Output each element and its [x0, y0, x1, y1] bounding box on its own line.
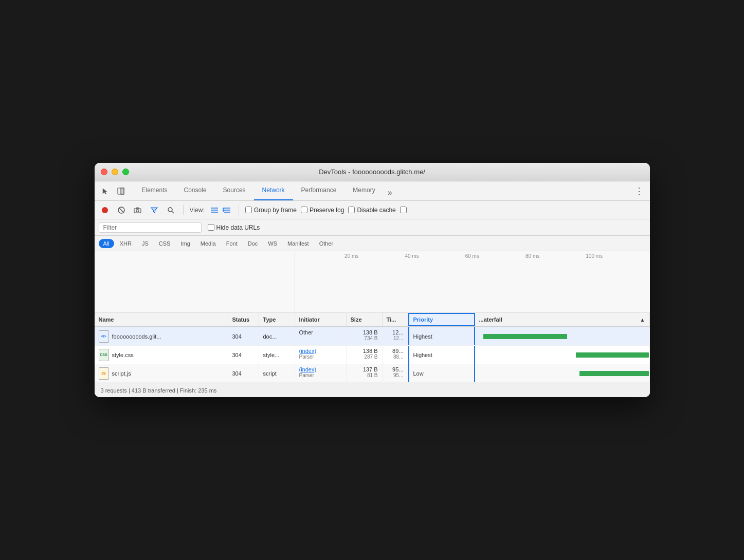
js-file-icon: JS [99, 367, 109, 380]
filter-type-all[interactable]: All [99, 239, 114, 248]
td-name: </>fooooooooods.glit... [95, 327, 228, 345]
filter-input[interactable] [99, 222, 202, 233]
filter-button[interactable] [148, 204, 160, 216]
close-button[interactable] [101, 169, 107, 175]
td-name: JSscript.js [95, 364, 228, 382]
table-row[interactable]: CSSstyle.css304style...(index)Parser138 … [95, 346, 650, 364]
tab-console[interactable]: Console [176, 181, 215, 200]
file-name: style.css [112, 352, 134, 358]
group-by-frame-checkbox[interactable] [245, 207, 252, 213]
timeline-tick: 100 ms [586, 253, 603, 259]
th-initiator[interactable]: Initiator [295, 313, 347, 326]
extra-toggle[interactable] [400, 207, 407, 213]
table-row[interactable]: </>fooooooooods.glit...304doc...Other138… [95, 327, 650, 346]
status-bar: 3 requests | 413 B transferred | Finish:… [95, 383, 650, 397]
td-priority: Highest [408, 346, 475, 364]
td-initiator: Other [295, 327, 347, 345]
extra-checkbox[interactable] [400, 207, 407, 213]
search-button[interactable] [165, 204, 177, 216]
size-sub: 287 B [364, 354, 377, 360]
initiator-main[interactable]: (index) [299, 348, 317, 354]
status-text: 3 requests | 413 B transferred | Finish:… [101, 387, 217, 394]
svg-point-2 [102, 207, 108, 213]
td-size: 138 B287 B [347, 346, 383, 364]
size-main: 137 B [363, 366, 378, 372]
filter-type-doc[interactable]: Doc [243, 239, 263, 248]
tab-network[interactable]: Network [254, 181, 293, 200]
tab-elements[interactable]: Elements [134, 181, 176, 200]
hide-data-urls-checkbox[interactable] [208, 224, 214, 231]
waterfall-bar [576, 352, 649, 358]
dock-icon[interactable] [114, 184, 128, 198]
filter-type-js[interactable]: JS [137, 239, 153, 248]
th-name[interactable]: Name [95, 313, 228, 326]
size-main: 138 B [363, 348, 378, 354]
filter-type-font[interactable]: Font [222, 239, 242, 248]
th-size[interactable]: Size [347, 313, 383, 326]
th-time[interactable]: Ti... [383, 313, 408, 326]
svg-point-7 [136, 209, 139, 212]
td-waterfall [475, 327, 650, 345]
cursor-icon[interactable] [99, 184, 112, 198]
minimize-button[interactable] [112, 169, 118, 175]
clear-button[interactable] [115, 204, 128, 216]
view-icons [209, 204, 232, 216]
td-status: 304 [228, 364, 259, 382]
timeline-right-panel: 20 ms40 ms60 ms80 ms100 ms [295, 251, 650, 312]
initiator-main[interactable]: (index) [299, 366, 317, 372]
file-name: fooooooooods.glit... [112, 333, 161, 340]
tab-memory[interactable]: Memory [344, 181, 383, 200]
svg-rect-1 [121, 188, 124, 194]
th-priority[interactable]: Priority [408, 313, 475, 326]
group-by-frame-toggle[interactable]: Group by frame [245, 207, 297, 214]
window-title: DevTools - fooooooooods.glitch.me/ [319, 168, 425, 176]
td-waterfall [475, 364, 650, 382]
timeline-tick: 60 ms [465, 253, 479, 259]
css-file-icon: CSS [99, 349, 109, 361]
filter-type-manifest[interactable]: Manifest [283, 239, 314, 248]
record-button[interactable] [99, 204, 111, 216]
filter-type-media[interactable]: Media [196, 239, 221, 248]
network-toolbar: View: [95, 201, 650, 219]
table-row[interactable]: JSscript.js304script(index)Parser137 B81… [95, 364, 650, 383]
td-priority: Highest [408, 327, 475, 345]
td-type: style... [259, 346, 295, 364]
tab-more[interactable]: » [384, 185, 396, 200]
filter-type-ws[interactable]: WS [263, 239, 282, 248]
toolbar-divider-1 [183, 205, 184, 215]
time-sub: 88... [393, 354, 403, 360]
filter-type-xhr[interactable]: XHR [115, 239, 136, 248]
filter-type-other[interactable]: Other [315, 239, 338, 248]
td-priority: Low [408, 364, 475, 382]
filter-type-css[interactable]: CSS [154, 239, 175, 248]
hide-data-urls-label: Hide data URLs [216, 224, 260, 231]
group-by-frame-label: Group by frame [254, 207, 297, 214]
td-type: script [259, 364, 295, 382]
th-waterfall[interactable]: ...aterfall ▲ [475, 313, 650, 326]
filter-bar: Hide data URLs [95, 219, 650, 236]
time-sub: 12... [393, 335, 403, 341]
th-type[interactable]: Type [259, 313, 295, 326]
waterfall-bar [483, 334, 567, 339]
maximize-button[interactable] [122, 169, 129, 175]
th-status[interactable]: Status [228, 313, 259, 326]
devtools-menu-button[interactable]: ⋮ [632, 184, 646, 198]
html-file-icon: </> [99, 330, 109, 343]
traffic-lights [101, 169, 129, 175]
td-type: doc... [259, 327, 295, 345]
list-view-icon[interactable] [209, 204, 220, 216]
initiator-sub: Parser [299, 372, 314, 378]
disable-cache-label: Disable cache [357, 207, 395, 214]
preserve-log-checkbox[interactable] [301, 207, 307, 213]
preserve-log-toggle[interactable]: Preserve log [301, 207, 344, 214]
disable-cache-checkbox[interactable] [348, 207, 355, 213]
devtools-content: Elements Console Sources Network Perform… [95, 181, 650, 397]
tab-sources[interactable]: Sources [215, 181, 254, 200]
screenshot-button[interactable] [132, 204, 144, 216]
time-main: 12... [392, 329, 403, 335]
filter-type-img[interactable]: Img [176, 239, 194, 248]
disable-cache-toggle[interactable]: Disable cache [348, 207, 395, 214]
tab-performance[interactable]: Performance [293, 181, 345, 200]
hide-data-urls-toggle[interactable]: Hide data URLs [208, 224, 260, 231]
tree-view-icon[interactable] [221, 204, 232, 216]
